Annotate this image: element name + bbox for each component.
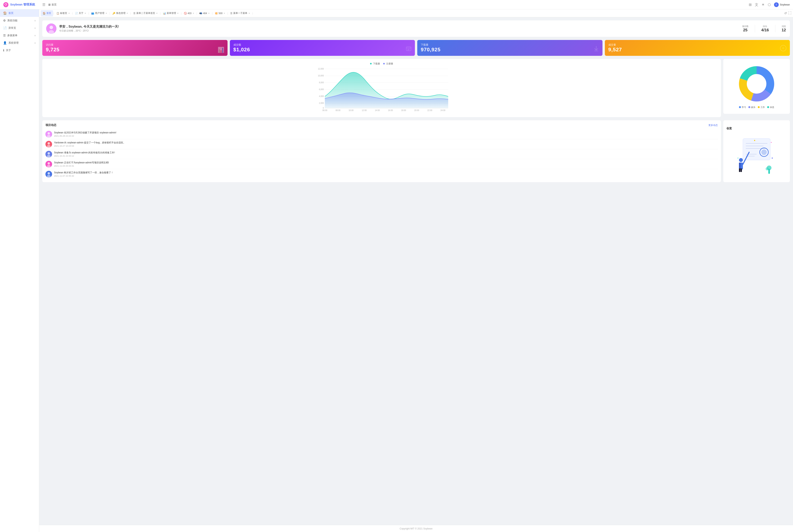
bar-chart-icon: 📊 (217, 46, 225, 53)
tab-about[interactable]: 📄 关于 × (73, 10, 88, 16)
activity-avatar-2 (45, 141, 52, 148)
tab-menu-manage-label: 菜单管理 (167, 12, 176, 15)
sidebar-item-system-left: ⚙ 系统功能 (3, 19, 17, 22)
sidebar-sysmanage-label: 系统管理 (8, 41, 19, 45)
activity-item-5: Soybean 刚才把工作台页面随便写了一些，凑合能看了！ 2021-11-07… (45, 169, 718, 179)
tab-menu1sub-icon: ☰ (230, 12, 232, 15)
sidebar-item-multimenu[interactable]: ☰ 多级菜单 ∨ (0, 32, 39, 39)
charts-row: 下载量 注册量 (42, 59, 790, 117)
tab-close-roles[interactable]: × (127, 12, 128, 15)
activity-header: 项目动态 更多动态 (45, 124, 718, 127)
translate-icon[interactable]: 文 (755, 2, 758, 7)
tab-close-labels[interactable]: × (68, 12, 70, 15)
header-nav: ☰ 🖥 首页 (42, 3, 749, 7)
stat-projects-value: 25 (742, 28, 749, 32)
nav-home-label: 首页 (52, 3, 57, 6)
chevron-down-icon: ∨ (34, 19, 36, 22)
svg-point-73 (771, 142, 772, 143)
activity-time-1: 2021-05-28 22:22:22 (54, 135, 718, 137)
tab-home[interactable]: 🏠 首页 (41, 10, 53, 16)
tab-menu-manage-icon: 📊 (163, 12, 166, 15)
tab-sep-11: | (252, 12, 253, 15)
download-icon (406, 46, 412, 54)
activity-text-1: Soybean 在2021年5月28日创建了开源项目 soybean-admin… (54, 131, 718, 134)
svg-text:24:00: 24:00 (440, 109, 445, 111)
tab-labels[interactable]: 📋 标签页 × (54, 10, 72, 16)
tab-menu1sub[interactable]: ☰ 菜单一子菜单 × (228, 10, 252, 16)
tab-labels-icon: 📋 (56, 12, 59, 15)
svg-point-39 (749, 76, 765, 92)
metric-downloads-title: 下载量 (421, 43, 599, 46)
logo-area: Soybean 管理系统 (3, 2, 42, 7)
grid-icon[interactable]: ⊞ (749, 3, 752, 7)
svg-point-72 (754, 140, 755, 141)
tab-menu1sub-label: 菜单一子菜单 (233, 12, 247, 15)
nav-home[interactable]: 🖥 首页 (48, 3, 57, 6)
tab-close-menu1sub[interactable]: × (249, 12, 250, 15)
theme-icon[interactable]: ☀ (761, 3, 765, 7)
sidebar-item-error[interactable]: 📄 异常页 ∨ (0, 24, 39, 32)
tab-sep-10: | (227, 12, 228, 15)
tab-close-menu-manage[interactable]: × (177, 12, 178, 15)
tab-500[interactable]: 💥 500 × (213, 10, 227, 16)
tab-close-403[interactable]: × (193, 12, 194, 15)
legend-work: 工作 (758, 106, 765, 109)
download2-icon (593, 45, 599, 53)
tab-sep-3: | (88, 12, 89, 15)
stat-projects-label: 项目数 (742, 25, 749, 28)
user-area[interactable]: S Soybean (774, 2, 790, 7)
fullscreen-icon[interactable]: ⬡ (768, 3, 771, 7)
activity-more-link[interactable]: 更多动态 (709, 124, 718, 127)
svg-text:06:00: 06:00 (322, 109, 327, 111)
tab-roles[interactable]: 🔑 角色管理 × (111, 10, 130, 16)
tab-menu-manage[interactable]: 📊 菜单管理 × (161, 10, 180, 16)
tab-close-404[interactable]: × (208, 12, 210, 15)
sidebar-item-home[interactable]: 🏠 首页 (0, 10, 39, 17)
tab-close-submenu[interactable]: × (156, 12, 158, 15)
menu-toggle-icon[interactable]: ☰ (42, 3, 45, 7)
svg-point-44 (47, 142, 50, 145)
tab-close-500[interactable]: × (224, 12, 225, 15)
home-icon: 🏠 (3, 11, 7, 15)
sidebar-item-multimenu-left: ☰ 多级菜单 (3, 34, 17, 37)
stat-divider-1 (755, 25, 755, 32)
legend-downloads: 下载量 (370, 62, 380, 65)
svg-point-2 (50, 26, 53, 29)
activity-time-3: 2021-10-31 22:43:12 (54, 155, 718, 157)
tab-403-label: 403 (188, 12, 192, 15)
expand-icon[interactable]: ⛶ (788, 11, 791, 15)
svg-text:08:00: 08:00 (335, 109, 340, 111)
top-header: Soybean 管理系统 ☰ 🖥 首页 ⊞ 文 ☀ ⬡ S Soybean (0, 0, 793, 10)
line-chart-card: 下载量 注册量 (42, 59, 721, 117)
sidebar-item-system[interactable]: ⚙ 系统功能 ∨ (0, 17, 39, 24)
creative-card: 创意 (723, 120, 790, 182)
legend-study: 学习 (739, 106, 746, 109)
chart-legend: 下载量 注册量 (45, 62, 718, 65)
tab-404[interactable]: 📭 404 × (197, 10, 211, 16)
tab-users[interactable]: 👥 用户管理 × (89, 10, 109, 16)
tab-submenu[interactable]: ☰ 菜单二子菜单首页 × (131, 10, 159, 16)
svg-point-47 (47, 152, 50, 155)
chevron-down-icon-4: ∨ (34, 42, 36, 44)
activity-time-2: 2021-10-27 10:24:54 (54, 145, 718, 147)
tab-404-label: 404 (203, 12, 207, 15)
svg-point-63 (739, 158, 743, 162)
activity-text-3: Soybean 准备为 soybean-admin 的发布做充分的准备工作! (54, 151, 718, 154)
svg-rect-66 (739, 168, 740, 172)
bottom-row: 项目动态 更多动态 Soyb (42, 120, 790, 182)
activity-item-2: Yanbowe 向 soybean-admin 提交了一个bug，多标签栏不会自… (45, 139, 718, 149)
refresh-icon[interactable]: ↺ (784, 11, 787, 15)
tab-close-about[interactable]: × (84, 12, 86, 15)
sidebar-item-sysmanage[interactable]: 👤 系统管理 ∨ (0, 39, 39, 46)
sidebar-multimenu-label: 多级菜单 (7, 34, 17, 37)
about-icon: ℹ (3, 49, 4, 52)
tab-403[interactable]: 🚫 403 × (182, 10, 196, 16)
tab-close-users[interactable]: × (105, 12, 107, 15)
activity-content-3: Soybean 准备为 soybean-admin 的发布做充分的准备工作! 2… (54, 151, 718, 157)
sidebar-item-about-left: ℹ 关于 (3, 49, 11, 52)
svg-text:8,000: 8,000 (319, 81, 324, 84)
tab-sep-6: | (160, 12, 160, 15)
sidebar-item-about[interactable]: ℹ 关于 (0, 46, 39, 54)
svg-rect-67 (740, 168, 742, 172)
svg-point-71 (766, 167, 769, 170)
